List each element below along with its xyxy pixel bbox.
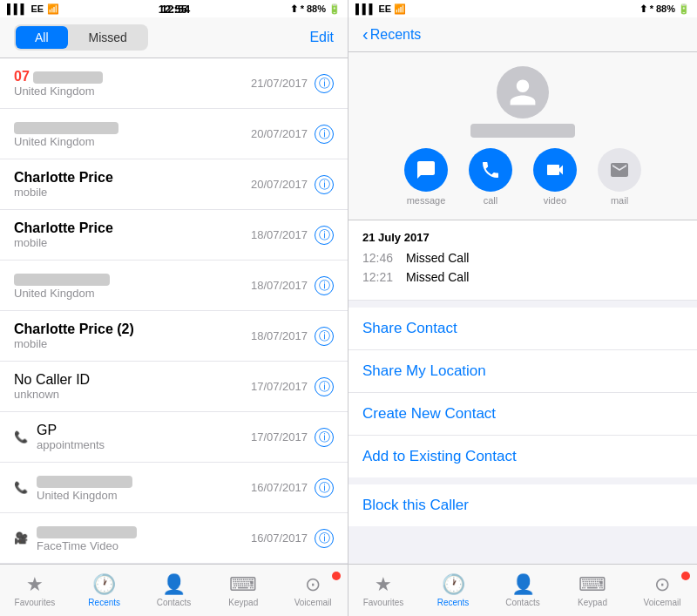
info-button[interactable]: ⓘ <box>315 226 334 245</box>
call-right: 16/07/2017 ⓘ <box>251 478 334 498</box>
list-item[interactable]: Charlotte Price mobile 20/07/2017 ⓘ <box>0 159 348 210</box>
video-label: video <box>544 195 566 206</box>
info-button[interactable]: ⓘ <box>315 428 334 447</box>
call-info: Charlotte Price (2) mobile <box>14 322 251 350</box>
tab-contacts[interactable]: 👤 Contacts <box>139 573 209 607</box>
network-label: EE <box>378 3 391 14</box>
call-button[interactable] <box>469 148 512 192</box>
network-label: EE <box>30 3 44 14</box>
caller-name <box>14 271 251 287</box>
message-icon <box>416 159 436 180</box>
call-log-section: 21 July 2017 12:46 Missed Call 12:21 Mis… <box>348 220 697 301</box>
right-tab-bar: ★ Favourites 🕐 Recents 👤 Contacts ⌨ Keyp… <box>348 564 697 616</box>
block-caller-item[interactable]: Block this Caller <box>348 484 697 526</box>
back-label: Recents <box>370 27 422 43</box>
tab-contacts-right[interactable]: 👤 Contacts <box>488 573 558 607</box>
right-signal-icons: ▌▌▌ EE 📶 <box>355 3 406 15</box>
list-item[interactable]: 07 United Kingdom 21/07/2017 ⓘ <box>0 58 348 109</box>
message-action[interactable]: message <box>404 148 448 206</box>
call-label: call <box>484 195 498 206</box>
call-log-date: 21 July 2017 <box>362 231 683 244</box>
tab-favourites[interactable]: ★ Favourites <box>0 573 70 607</box>
caller-name <box>37 524 251 539</box>
tab-keypad[interactable]: ⌨ Keypad <box>208 573 278 607</box>
message-button[interactable] <box>404 148 448 192</box>
blurred-number <box>33 71 103 84</box>
phone-icon <box>480 159 501 180</box>
video-action[interactable]: video <box>533 148 577 206</box>
video-icon: 🎥 <box>14 531 30 545</box>
phone-icon: 📞 <box>14 481 30 494</box>
back-button[interactable]: ‹ Recents <box>362 24 421 44</box>
call-right: 17/07/2017 ⓘ <box>251 377 334 396</box>
info-button[interactable]: ⓘ <box>315 327 334 346</box>
right-right-icons: ⬆ * 88% 🔋 <box>639 3 690 15</box>
tab-voicemail-right[interactable]: ⊙ Voicemail <box>627 573 697 607</box>
tab-keypad-right[interactable]: ⌨ Keypad <box>558 573 627 607</box>
info-button[interactable]: ⓘ <box>315 74 334 93</box>
tab-keypad-label: Keypad <box>578 598 607 607</box>
call-right: 20/07/2017 ⓘ <box>251 125 334 144</box>
left-right-icons: ⬆ * 88% 🔋 <box>290 3 341 15</box>
info-button[interactable]: ⓘ <box>315 478 334 498</box>
call-info: No Caller ID unknown <box>14 372 251 401</box>
blurred-number <box>14 274 110 286</box>
tab-recents-right[interactable]: 🕐 Recents <box>418 573 488 607</box>
call-action[interactable]: call <box>469 148 512 206</box>
list-item[interactable]: Charlotte Price (2) mobile 18/07/2017 ⓘ <box>0 311 348 362</box>
caller-sub: mobile <box>14 236 251 249</box>
list-item[interactable]: No Caller ID unknown 17/07/2017 ⓘ <box>0 362 348 412</box>
missed-tab[interactable]: Missed <box>70 26 146 49</box>
caller-name: No Caller ID <box>14 372 251 388</box>
share-location-item[interactable]: Share My Location <box>348 350 697 393</box>
right-nav-bar: ‹ Recents <box>348 17 697 52</box>
segment-control: All Missed <box>14 24 148 51</box>
tab-keypad-label: Keypad <box>228 598 258 607</box>
add-existing-item[interactable]: Add to Existing Contact <box>348 436 697 477</box>
contact-name-blurred <box>470 124 575 138</box>
create-contact-item[interactable]: Create New Contact <box>348 393 697 436</box>
edit-button[interactable]: Edit <box>309 30 334 45</box>
mail-button[interactable] <box>598 148 641 192</box>
voicemail-badge-right <box>681 572 690 580</box>
tab-voicemail[interactable]: ⊙ Voicemail <box>278 573 348 607</box>
info-button[interactable]: ⓘ <box>315 125 334 144</box>
all-tab[interactable]: All <box>16 26 68 49</box>
call-log-time: 12:46 <box>362 251 406 265</box>
caller-sub: mobile <box>14 337 251 350</box>
right-time: 12:55 <box>159 3 187 16</box>
info-button[interactable]: ⓘ <box>315 175 334 194</box>
battery-icon: 🔋 <box>678 3 690 15</box>
caller-sub: United Kingdom <box>14 85 251 98</box>
call-info: FaceTime Video <box>37 524 251 552</box>
star-icon: ★ <box>26 573 44 596</box>
left-tab-bar: ★ Favourites 🕐 Recents 👤 Contacts ⌨ Keyp… <box>0 564 348 616</box>
bluetooth-icon: * <box>301 3 304 14</box>
info-button[interactable]: ⓘ <box>315 529 334 548</box>
list-item[interactable]: Charlotte Price mobile 18/07/2017 ⓘ <box>0 210 348 261</box>
left-signal-icons: ▌▌▌ EE 📶 <box>7 3 59 15</box>
tab-favourites-right[interactable]: ★ Favourites <box>348 573 418 607</box>
tab-favourites-label: Favourites <box>363 598 404 607</box>
clock-icon: 🕐 <box>442 573 465 596</box>
signal-bars: ▌▌▌ <box>7 3 27 14</box>
mail-action[interactable]: mail <box>598 148 641 206</box>
list-item[interactable]: 🎥 FaceTime Video 16/07/2017 ⓘ <box>0 513 348 564</box>
list-item[interactable]: United Kingdom 20/07/2017 ⓘ <box>0 109 348 159</box>
call-date: 20/07/2017 <box>251 127 308 140</box>
tab-contacts-label: Contacts <box>505 598 539 607</box>
tab-recents[interactable]: 🕐 Recents <box>70 573 139 607</box>
caller-sub: appointments <box>37 438 251 451</box>
call-log-type: Missed Call <box>406 270 469 284</box>
avatar <box>497 66 549 118</box>
video-button[interactable] <box>533 148 577 192</box>
call-info: United Kingdom <box>14 119 251 148</box>
info-button[interactable]: ⓘ <box>315 377 334 396</box>
caller-name: Charlotte Price <box>14 170 251 186</box>
info-button[interactable]: ⓘ <box>315 276 334 295</box>
list-item[interactable]: 📞 United Kingdom 16/07/2017 ⓘ <box>0 463 348 513</box>
share-contact-item[interactable]: Share Contact <box>348 308 697 350</box>
list-item[interactable]: United Kingdom 18/07/2017 ⓘ <box>0 261 348 311</box>
list-item[interactable]: 📞 GP appointments 17/07/2017 ⓘ <box>0 412 348 463</box>
battery-level: 88% <box>307 3 326 14</box>
